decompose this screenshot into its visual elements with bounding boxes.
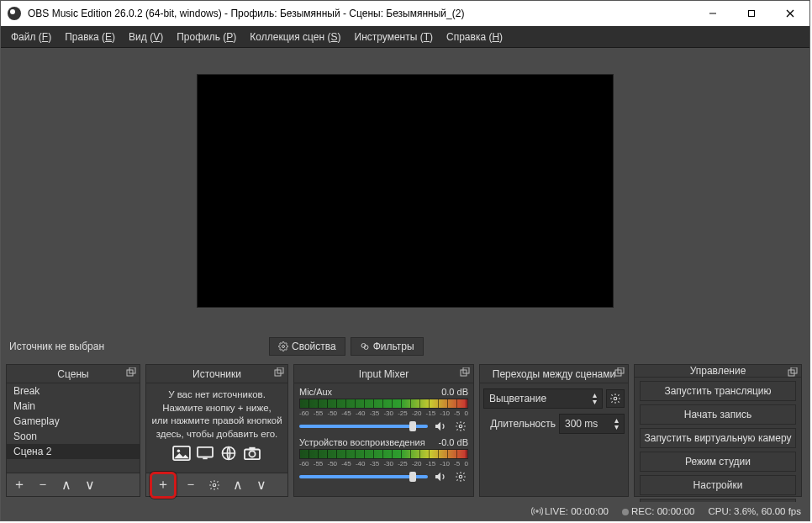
scene-item[interactable]: Gameplay bbox=[7, 414, 140, 429]
channel-name: Mic/Aux bbox=[299, 387, 332, 397]
scene-up-button[interactable]: ∧ bbox=[57, 476, 76, 494]
popout-icon[interactable] bbox=[614, 367, 625, 378]
display-icon bbox=[194, 444, 216, 462]
volume-slider[interactable] bbox=[299, 425, 428, 428]
svg-rect-13 bbox=[198, 447, 213, 457]
studio-mode-button[interactable]: Режим студии bbox=[640, 452, 796, 472]
gear-icon bbox=[278, 341, 288, 351]
speaker-icon[interactable] bbox=[433, 419, 448, 434]
source-up-button[interactable]: ∧ bbox=[229, 476, 247, 494]
menu-view[interactable]: Вид (V) bbox=[122, 28, 170, 46]
add-source-button[interactable]: ＋ bbox=[154, 476, 172, 494]
scene-item[interactable]: Сцена 2 bbox=[7, 444, 140, 459]
window-controls bbox=[693, 1, 809, 26]
scene-item[interactable]: Main bbox=[7, 399, 140, 414]
chevron-updown-icon: ▴▾ bbox=[614, 417, 619, 431]
transition-select[interactable]: Выцветание ▴▾ bbox=[483, 388, 603, 409]
no-source-label: Источник не выбран bbox=[9, 341, 177, 352]
controls-body: Запустить трансляцию Начать запись Запус… bbox=[635, 378, 801, 522]
scene-item[interactable]: Break bbox=[7, 383, 140, 399]
menu-edit[interactable]: Правка (E) bbox=[58, 28, 122, 46]
scenes-list[interactable]: BreakMainGameplaySoonСцена 2 bbox=[7, 383, 140, 473]
vu-meter bbox=[299, 399, 468, 409]
sources-dock: Источники У вас нет источников. Нажмите … bbox=[145, 364, 288, 497]
sources-header: Источники bbox=[146, 365, 287, 383]
mixer-dock: Input Mixer Mic/Aux0.0 dB-60-55-50-45-40… bbox=[293, 364, 474, 497]
controls-header: Управление bbox=[635, 365, 801, 378]
rec-status: REC: 00:00:00 bbox=[622, 506, 694, 516]
transitions-body: Выцветание ▴▾ Длительность 300 ms ▴▾ bbox=[480, 383, 628, 496]
broadcast-icon bbox=[531, 505, 543, 517]
svg-point-29 bbox=[536, 510, 538, 512]
mixer-header: Input Mixer bbox=[294, 365, 473, 383]
chevron-updown-icon: ▴▾ bbox=[593, 392, 597, 405]
popout-icon[interactable] bbox=[126, 367, 136, 378]
svg-point-26 bbox=[614, 397, 617, 400]
image-icon bbox=[171, 444, 192, 462]
start-streaming-button[interactable]: Запустить трансляцию bbox=[640, 381, 796, 401]
transitions-header: Переходы между сценами bbox=[480, 365, 628, 383]
meter-ticks: -60-55-50-45-40-35-30-25-20-15-10-50 bbox=[299, 460, 468, 468]
scenes-header: Сцены bbox=[7, 365, 140, 383]
filter-icon bbox=[360, 341, 370, 351]
source-toolbar: Источник не выбран Свойства Фильтры bbox=[1, 334, 809, 359]
menu-tools[interactable]: Инструменты (T) bbox=[348, 28, 440, 46]
menu-help[interactable]: Справка (H) bbox=[440, 28, 509, 46]
camera-icon bbox=[241, 444, 263, 462]
preview-canvas[interactable] bbox=[197, 74, 614, 308]
channel-settings-button[interactable] bbox=[453, 469, 468, 484]
menu-profile[interactable]: Профиль (P) bbox=[170, 28, 243, 46]
channel-db: -0.0 dB bbox=[439, 437, 468, 447]
mixer-channel: Устройство воспроизведения-0.0 dB-60-55-… bbox=[299, 437, 468, 484]
scenes-toolbar: ＋ － ∧ ∨ bbox=[7, 473, 140, 496]
mixer-body: Mic/Aux0.0 dB-60-55-50-45-40-35-30-25-20… bbox=[294, 383, 473, 496]
start-virtualcam-button[interactable]: Запустить виртуальную камеру bbox=[640, 428, 796, 448]
transition-settings-button[interactable] bbox=[606, 389, 625, 408]
channel-db: 0.0 dB bbox=[441, 387, 468, 397]
vu-meter bbox=[299, 449, 468, 459]
scene-down-button[interactable]: ∨ bbox=[81, 476, 99, 494]
popout-icon[interactable] bbox=[788, 367, 798, 378]
speaker-icon[interactable] bbox=[433, 469, 448, 484]
svg-point-12 bbox=[177, 450, 181, 453]
svg-point-17 bbox=[249, 451, 255, 457]
add-scene-button[interactable]: ＋ bbox=[10, 476, 29, 494]
sources-empty-text: У вас нет источников. Нажмите кнопку + н… bbox=[146, 383, 287, 473]
scenes-body: BreakMainGameplaySoonСцена 2 ＋ － ∧ ∨ bbox=[7, 383, 140, 496]
menu-scene-collection[interactable]: Коллекция сцен (S) bbox=[243, 28, 347, 46]
remove-source-button[interactable]: － bbox=[182, 476, 200, 494]
live-status: LIVE: 00:00:00 bbox=[531, 505, 609, 517]
popout-icon[interactable] bbox=[274, 367, 284, 378]
source-type-icons bbox=[151, 444, 282, 462]
docks-row: Сцены BreakMainGameplaySoonСцена 2 ＋ － ∧… bbox=[1, 359, 809, 502]
cpu-status: CPU: 3.6%, 60.00 fps bbox=[708, 506, 801, 516]
svg-rect-1 bbox=[749, 11, 755, 17]
popout-icon[interactable] bbox=[460, 367, 470, 378]
sources-body[interactable]: У вас нет источников. Нажмите кнопку + н… bbox=[146, 383, 287, 496]
settings-button[interactable]: Настройки bbox=[640, 475, 796, 495]
menu-file[interactable]: Файл (F) bbox=[4, 28, 58, 46]
scene-item[interactable]: Soon bbox=[7, 429, 140, 444]
source-properties-button[interactable] bbox=[205, 476, 224, 494]
remove-scene-button[interactable]: － bbox=[34, 476, 52, 494]
minimize-button[interactable] bbox=[693, 1, 732, 26]
meter-ticks: -60-55-50-45-40-35-30-25-20-15-10-50 bbox=[299, 409, 468, 417]
source-down-button[interactable]: ∨ bbox=[252, 476, 271, 494]
scenes-dock: Сцены BreakMainGameplaySoonСцена 2 ＋ － ∧… bbox=[6, 364, 140, 497]
svg-rect-14 bbox=[203, 457, 207, 459]
svg-point-4 bbox=[282, 346, 285, 348]
close-button[interactable] bbox=[771, 1, 809, 26]
transitions-dock: Переходы между сценами Выцветание ▴▾ bbox=[479, 364, 629, 497]
filters-button[interactable]: Фильтры bbox=[351, 337, 424, 356]
titlebar: OBS Music Edition 26.0.2 (64-bit, window… bbox=[1, 1, 809, 26]
add-source-highlight: ＋ bbox=[150, 472, 177, 499]
channel-settings-button[interactable] bbox=[453, 419, 468, 434]
duration-spinbox[interactable]: 300 ms ▴▾ bbox=[559, 414, 625, 434]
maximize-button[interactable] bbox=[732, 1, 771, 26]
duration-label: Длительность bbox=[483, 418, 556, 430]
volume-slider[interactable] bbox=[299, 475, 428, 478]
menubar: Файл (F) Правка (E) Вид (V) Профиль (P) … bbox=[1, 26, 809, 48]
properties-button[interactable]: Свойства bbox=[269, 337, 345, 356]
start-recording-button[interactable]: Начать запись bbox=[640, 404, 796, 425]
window-title: OBS Music Edition 26.0.2 (64-bit, window… bbox=[28, 8, 693, 19]
